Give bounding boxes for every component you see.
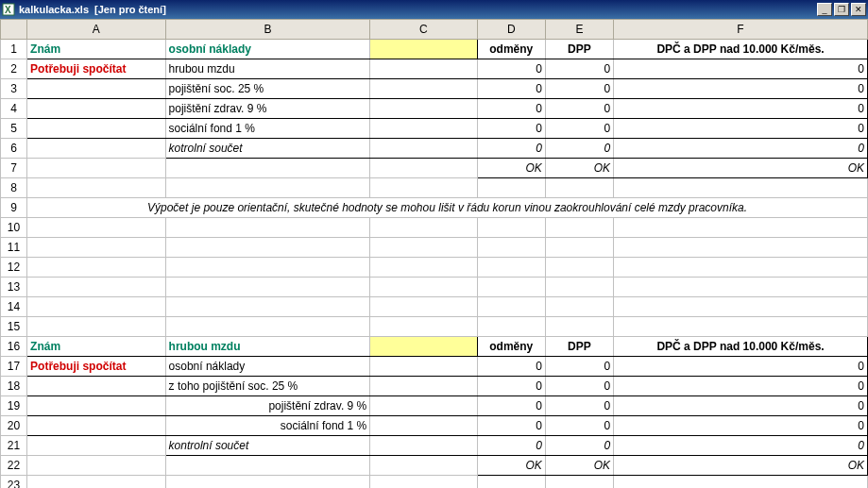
column-headers[interactable]: A B C D E F xyxy=(1,20,868,40)
cell[interactable]: kotrolní součet xyxy=(165,139,370,159)
cell[interactable]: 0 xyxy=(614,99,868,119)
cell[interactable] xyxy=(545,476,613,489)
cell[interactable]: odměny xyxy=(477,40,545,59)
cell[interactable] xyxy=(370,139,477,159)
cell[interactable] xyxy=(370,476,477,489)
cell[interactable] xyxy=(370,178,477,198)
cell[interactable]: OK xyxy=(614,456,868,476)
cell[interactable]: 0 xyxy=(545,99,613,119)
cell[interactable] xyxy=(370,317,477,337)
cell[interactable] xyxy=(370,99,477,119)
col-header-C[interactable]: C xyxy=(370,20,477,40)
row-header[interactable]: 5 xyxy=(1,119,27,139)
row-header[interactable]: 19 xyxy=(1,396,27,416)
cell[interactable]: osobní náklady xyxy=(165,357,370,377)
cell[interactable]: 0 xyxy=(614,377,868,396)
input-cell[interactable] xyxy=(370,337,477,357)
row-header[interactable]: 9 xyxy=(1,198,27,218)
cell[interactable]: 0 xyxy=(477,99,545,119)
cell[interactable] xyxy=(614,476,868,489)
cell[interactable] xyxy=(27,178,165,198)
cell[interactable] xyxy=(370,238,477,258)
worksheet-grid[interactable]: A B C D E F 1 Znám osobní náklady odměny… xyxy=(0,19,868,488)
cell[interactable] xyxy=(370,396,477,416)
row-header[interactable]: 20 xyxy=(1,416,27,436)
row-header[interactable]: 18 xyxy=(1,377,27,396)
cell[interactable] xyxy=(165,159,370,178)
cell[interactable] xyxy=(27,99,165,119)
cell[interactable]: 0 xyxy=(614,139,868,159)
cell[interactable]: 0 xyxy=(545,357,613,377)
row-header[interactable]: 12 xyxy=(1,258,27,278)
cell[interactable] xyxy=(477,317,545,337)
cell[interactable] xyxy=(477,238,545,258)
cell[interactable] xyxy=(370,357,477,377)
cell[interactable] xyxy=(477,178,545,198)
row-header[interactable]: 1 xyxy=(1,40,27,59)
cell[interactable] xyxy=(545,278,613,297)
cell[interactable] xyxy=(165,456,370,476)
titlebar[interactable]: X kalkulacka.xls [Jen pro čtení] _ ❐ ✕ xyxy=(0,0,868,19)
cell[interactable] xyxy=(27,436,165,456)
cell[interactable] xyxy=(370,159,477,178)
cell[interactable]: 0 xyxy=(545,79,613,99)
cell[interactable]: 0 xyxy=(545,59,613,79)
cell[interactable] xyxy=(370,278,477,297)
row-header[interactable]: 10 xyxy=(1,218,27,238)
cell[interactable]: DPČ a DPP nad 10.000 Kč/měs. xyxy=(614,40,868,59)
row-header[interactable]: 3 xyxy=(1,79,27,99)
col-header-E[interactable]: E xyxy=(545,20,613,40)
cell[interactable] xyxy=(165,317,370,337)
cell[interactable]: 0 xyxy=(614,416,868,436)
cell[interactable]: 0 xyxy=(477,79,545,99)
row-header[interactable]: 2 xyxy=(1,59,27,79)
cell[interactable]: z toho pojištění soc. 25 % xyxy=(165,377,370,396)
col-header-F[interactable]: F xyxy=(614,20,868,40)
cell[interactable]: pojištění zdrav. 9 % xyxy=(165,396,370,416)
cell[interactable] xyxy=(477,258,545,278)
cell[interactable] xyxy=(370,416,477,436)
cell[interactable] xyxy=(370,119,477,139)
cell[interactable] xyxy=(27,297,165,317)
cell[interactable]: 0 xyxy=(477,119,545,139)
minimize-button[interactable]: _ xyxy=(817,3,832,16)
cell[interactable]: OK xyxy=(477,456,545,476)
cell[interactable]: kontrolní součet xyxy=(165,436,370,456)
close-button[interactable]: ✕ xyxy=(851,3,866,16)
cell[interactable] xyxy=(27,317,165,337)
row-header[interactable]: 13 xyxy=(1,278,27,297)
cell[interactable]: Potřebuji spočítat xyxy=(27,357,165,377)
col-header-A[interactable]: A xyxy=(27,20,165,40)
cell[interactable] xyxy=(27,238,165,258)
row-header[interactable]: 6 xyxy=(1,139,27,159)
cell[interactable] xyxy=(370,79,477,99)
cell[interactable]: DPP xyxy=(545,337,613,357)
cell[interactable]: 0 xyxy=(614,436,868,456)
col-header-D[interactable]: D xyxy=(477,20,545,40)
cell[interactable] xyxy=(27,258,165,278)
cell[interactable] xyxy=(370,436,477,456)
cell[interactable] xyxy=(370,297,477,317)
row-header[interactable]: 23 xyxy=(1,476,27,489)
cell[interactable] xyxy=(27,396,165,416)
cell[interactable]: OK xyxy=(477,159,545,178)
cell[interactable] xyxy=(545,258,613,278)
cell[interactable] xyxy=(614,178,868,198)
cell[interactable]: 0 xyxy=(477,416,545,436)
row-header[interactable]: 11 xyxy=(1,238,27,258)
cell[interactable] xyxy=(27,79,165,99)
cell[interactable]: Potřebuji spočítat xyxy=(27,59,165,79)
cell[interactable] xyxy=(165,258,370,278)
row-header[interactable]: 8 xyxy=(1,178,27,198)
note-cell[interactable]: Výpočet je pouze orientační, skutečné ho… xyxy=(27,198,868,218)
cell[interactable]: osobní náklady xyxy=(165,40,370,59)
cell[interactable]: 0 xyxy=(545,119,613,139)
cell[interactable] xyxy=(477,476,545,489)
row-header[interactable]: 17 xyxy=(1,357,27,377)
cell[interactable] xyxy=(614,238,868,258)
cell[interactable] xyxy=(614,317,868,337)
cell[interactable] xyxy=(370,456,477,476)
cell[interactable] xyxy=(27,456,165,476)
cell[interactable]: 0 xyxy=(545,436,613,456)
row-header[interactable]: 15 xyxy=(1,317,27,337)
